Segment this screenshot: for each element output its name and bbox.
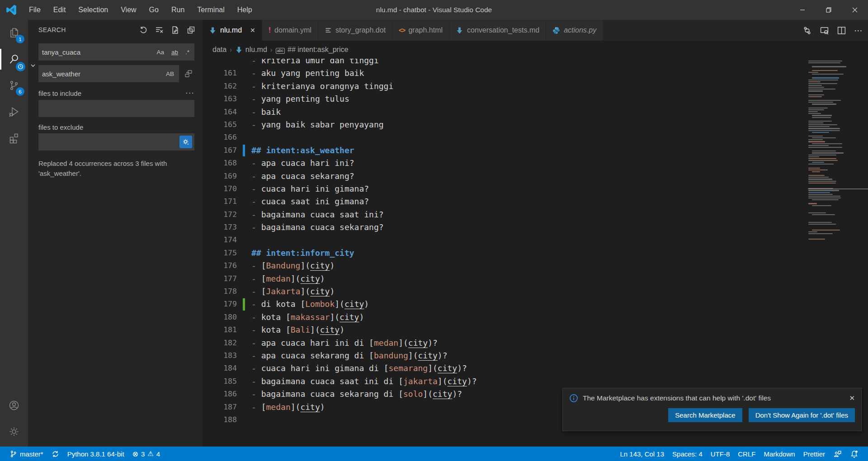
activity-item-source-control[interactable]: 6 (0, 72, 28, 99)
markdown-icon (235, 46, 243, 54)
status-sync[interactable] (47, 447, 63, 461)
search-input[interactable]: Aa ab .* (38, 43, 194, 61)
open-new-search-editor-icon[interactable] (170, 25, 179, 34)
toggle-search-details-icon[interactable]: ··· (185, 89, 194, 98)
menu-run[interactable]: Run (166, 4, 190, 16)
status-python-interpreter[interactable]: Python 3.8.1 64-bit (63, 447, 128, 461)
breadcrumb[interactable]: data›nlu.md›abc## intent:ask_price (203, 41, 868, 59)
minimap-code-bar (808, 72, 818, 73)
files-to-exclude-input[interactable] (38, 133, 194, 151)
search-input-field[interactable] (42, 48, 155, 56)
menu-edit[interactable]: Edit (48, 4, 71, 16)
activity-item-extensions[interactable] (0, 125, 28, 151)
minimap-code-bar (812, 77, 839, 78)
dont-show-again-button[interactable]: Don't Show Again for '.dot' files (749, 408, 855, 422)
status-eol[interactable]: CRLF (734, 447, 760, 461)
replace-all-icon[interactable] (183, 68, 194, 80)
status-encoding[interactable]: UTF-8 (707, 447, 734, 461)
line-number: 174 (203, 234, 242, 246)
menu-go[interactable]: Go (144, 4, 164, 16)
status-problems[interactable]: ⊗3⚠4 (128, 447, 165, 461)
replace-input[interactable]: AB (38, 65, 179, 82)
search-marketplace-button[interactable]: Search Marketplace (668, 408, 742, 422)
tab-graph-html[interactable]: <>graph.html (392, 20, 449, 41)
replace-input-field[interactable] (42, 70, 165, 78)
match-case-icon[interactable]: Aa (155, 48, 165, 56)
minimap-code-bar (808, 222, 832, 223)
menu-help[interactable]: Help (232, 4, 258, 16)
status-formatter[interactable]: Prettier (799, 447, 829, 461)
files-to-include-input[interactable] (38, 100, 194, 117)
more-actions-icon[interactable]: ⋯ (854, 25, 863, 35)
status-bell[interactable] (846, 447, 863, 461)
close-notification-icon[interactable]: ✕ (849, 394, 855, 402)
refresh-icon[interactable] (139, 25, 148, 34)
tab-conversation_tests-md[interactable]: conversation_tests.md (449, 20, 546, 41)
tab-label: nlu.md (220, 26, 242, 34)
status-language-mode[interactable]: Markdown (760, 447, 799, 461)
breadcrumb-item[interactable]: abc## intent:ask_price (276, 46, 349, 54)
exclude-settings-gear-icon[interactable] (179, 136, 192, 148)
gutter-added-indicator (243, 298, 245, 310)
line-number (203, 59, 242, 67)
regex-icon[interactable]: .* (184, 48, 191, 56)
window-title: nlu.md - chatbot - Visual Studio Code (376, 6, 492, 14)
status-cursor-position[interactable]: Ln 143, Col 13 (616, 447, 668, 461)
minimap-code-bar (808, 90, 823, 91)
activity-item-search[interactable] (0, 46, 28, 72)
open-preview-icon[interactable] (819, 25, 829, 35)
code-text: - kota [Bali](city) (242, 324, 344, 336)
code-line: 182- apa cuaca hari ini di [medan](city)… (203, 337, 868, 349)
code-text: - bagaimana cuaca sekarang? (242, 221, 384, 234)
menu-terminal[interactable]: Terminal (192, 4, 230, 16)
line-number: 167 (203, 144, 242, 157)
extensions-icon (8, 132, 20, 144)
compare-changes-icon[interactable] (802, 25, 812, 35)
whole-word-icon[interactable]: ab (170, 48, 179, 56)
minimize-button[interactable] (789, 0, 816, 20)
activity-item-run-and-debug[interactable] (0, 99, 28, 125)
status-feedback[interactable] (829, 447, 846, 461)
clear-search-results-icon[interactable] (155, 25, 164, 34)
settings-icon (8, 425, 20, 438)
info-icon (569, 394, 578, 403)
tab-actions-py[interactable]: actions.py (546, 20, 603, 41)
tab-story_graph-dot[interactable]: story_graph.dot (318, 20, 392, 41)
tab-domain-yml[interactable]: !domain.yml (262, 20, 318, 41)
code-text: ## intent:ask_weather (242, 144, 354, 157)
dot-file-icon (325, 27, 332, 34)
code-line: 165- yang baik sabar penyayang (203, 118, 868, 131)
status-git-branch[interactable]: master* (5, 447, 47, 461)
restore-button[interactable] (816, 0, 842, 20)
minimap-code-bar (808, 62, 840, 63)
breadcrumb-label: nlu.md (245, 46, 267, 54)
code-text: ## intent:inform_city (242, 247, 354, 259)
view-as-tree-icon[interactable] (186, 25, 195, 34)
menu-selection[interactable]: Selection (73, 4, 113, 16)
status-indentation[interactable]: Spaces: 4 (668, 447, 707, 461)
activity-item-explorer[interactable]: 1 (0, 20, 28, 46)
breadcrumb-item[interactable]: nlu.md (235, 46, 267, 54)
minimap-code-bar (812, 205, 831, 206)
minimap[interactable] (807, 59, 850, 294)
close-tab-icon[interactable]: ✕ (250, 27, 255, 34)
code-line: 171- cuaca saat ini gimana? (203, 195, 868, 208)
minimap-code-bar (808, 80, 838, 80)
menu-view[interactable]: View (115, 4, 142, 16)
code-text: - [medan](city) (242, 401, 325, 414)
minimap-marker-line (808, 188, 868, 189)
minimap-code-bar (812, 115, 832, 116)
code-line: 176- [Bandung](city) (203, 259, 868, 272)
breadcrumb-item[interactable]: data (212, 46, 226, 54)
toggle-replace-chevron-icon[interactable] (29, 61, 37, 70)
yaml-file-icon: ! (269, 26, 271, 34)
tab-nlu-md[interactable]: nlu.md✕ (203, 20, 262, 41)
activity-bar: 16 (0, 20, 28, 447)
close-window-button[interactable] (842, 0, 868, 20)
activity-item-account[interactable] (0, 392, 28, 419)
menu-file[interactable]: File (24, 4, 46, 16)
minimap-code-bar (808, 87, 824, 88)
split-editor-icon[interactable] (836, 25, 846, 35)
preserve-case-icon[interactable]: AB (165, 70, 175, 78)
activity-item-settings[interactable] (0, 419, 28, 445)
